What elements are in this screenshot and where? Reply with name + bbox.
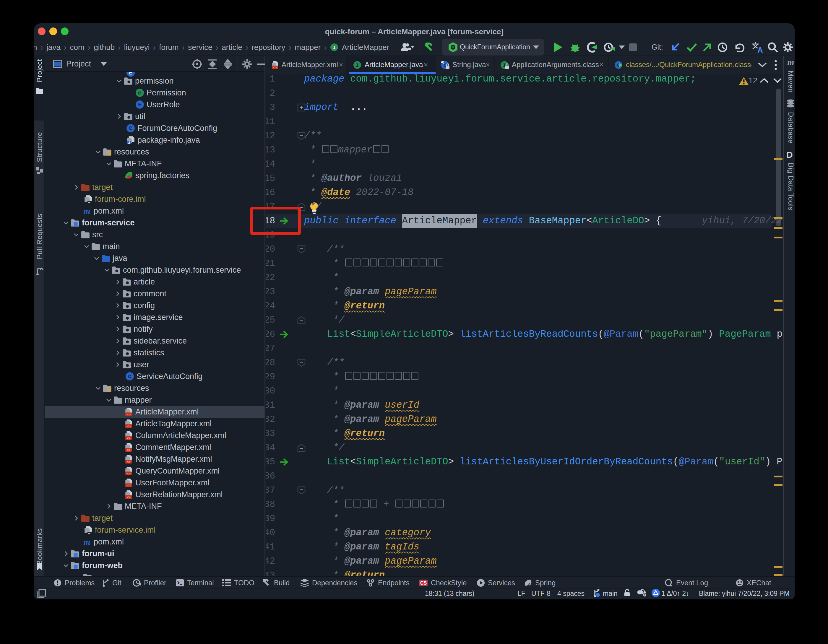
svg-text:CS: CS <box>420 580 427 586</box>
svg-text:?: ? <box>642 589 645 594</box>
svg-text:m: m <box>83 537 90 546</box>
svg-text:C: C <box>128 374 132 379</box>
svg-text:I: I <box>333 45 336 50</box>
svg-text:<>: <> <box>127 495 131 499</box>
svg-text:I: I <box>356 63 359 68</box>
svg-text:<>: <> <box>127 472 131 475</box>
svg-text:<>: <> <box>127 424 131 428</box>
svg-text:<>: <> <box>127 412 131 416</box>
svg-text:C: C <box>129 125 132 132</box>
svg-text:<>: <> <box>127 436 131 440</box>
svg-text:J: J <box>128 141 130 144</box>
svg-text:A: A <box>757 45 763 53</box>
svg-text:<>: <> <box>127 460 131 464</box>
svg-text:<>: <> <box>127 483 131 487</box>
svg-text:<>: <> <box>273 66 277 69</box>
svg-text:E: E <box>138 102 141 108</box>
svg-text:m: m <box>83 207 90 215</box>
svg-text:@: @ <box>138 90 141 96</box>
svg-text:<>: <> <box>127 448 131 452</box>
